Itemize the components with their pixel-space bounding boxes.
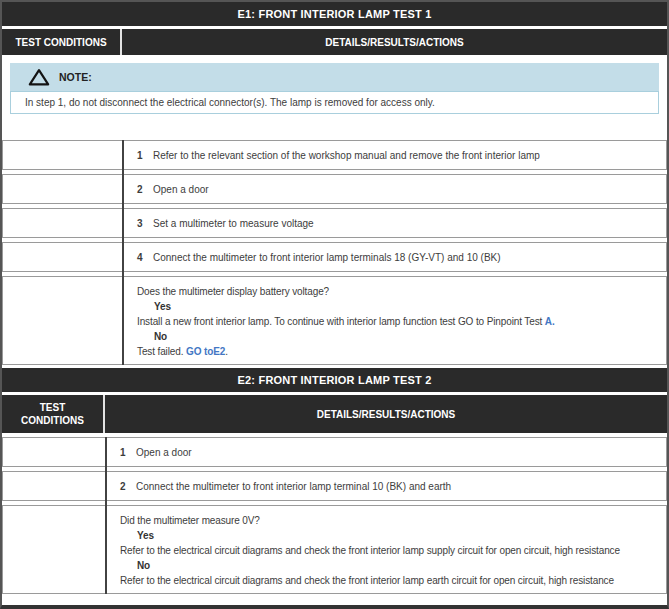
note-text: In step 1, do not disconnect the electri… (10, 91, 659, 114)
step-text: Open a door (153, 184, 209, 195)
step-number: 1 (120, 447, 136, 458)
e2-question-conditions-cell (3, 506, 107, 593)
step-number: 2 (137, 184, 153, 195)
e1-test-conditions-header: TEST CONDITIONS (2, 29, 122, 55)
e1-rows: 1 Refer to the relevant section of the w… (2, 140, 667, 365)
e1-step-row-1: 1 Refer to the relevant section of the w… (2, 140, 667, 170)
e2-no-action: Refer to the electrical circuit diagrams… (120, 573, 658, 588)
warning-triangle-icon (28, 68, 50, 87)
step-number: 1 (137, 150, 153, 161)
e1-details-header: DETAILS/RESULTS/ACTIONS (122, 29, 667, 55)
e1-no-action: Test failed. GO toE2. (137, 344, 658, 359)
note-box: NOTE: In step 1, do not disconnect the e… (10, 63, 659, 114)
e1-question-row: Does the multimeter display battery volt… (2, 276, 667, 365)
e1-yes-label: Yes (137, 299, 658, 314)
e1-question-conditions-cell (3, 277, 124, 364)
e2-question-text: Did the multimeter measure 0V? (120, 513, 658, 528)
e1-column-divider (122, 140, 124, 365)
note-label: NOTE: (59, 71, 92, 83)
e2-test-conditions-header: TEST CONDITIONS (2, 395, 105, 433)
step-text: Connect the multimeter to front interior… (136, 481, 451, 492)
pinpoint-test-document: E1: FRONT INTERIOR LAMP TEST 1 TEST COND… (0, 0, 669, 609)
e1-question-text: Does the multimeter display battery volt… (137, 284, 658, 299)
e1-step-row-4: 4 Connect the multimeter to front interi… (2, 242, 667, 272)
step-text: Open a door (136, 447, 192, 458)
e1-title-bar: E1: FRONT INTERIOR LAMP TEST 1 (2, 2, 667, 26)
e1-section: E1: FRONT INTERIOR LAMP TEST 1 TEST COND… (2, 2, 667, 365)
go-to-e2-link[interactable]: GO toE2 (186, 346, 225, 357)
e2-section: E2: FRONT INTERIOR LAMP TEST 2 TEST COND… (2, 368, 667, 594)
step-number: 3 (137, 218, 153, 229)
e1-no-label: No (137, 329, 658, 344)
e2-step-row-1: 1 Open a door (2, 437, 667, 467)
e2-step-2-conditions-cell (3, 472, 107, 500)
e2-column-header: TEST CONDITIONS DETAILS/RESULTS/ACTIONS (2, 395, 667, 433)
e2-title-bar: E2: FRONT INTERIOR LAMP TEST 2 (2, 368, 667, 392)
step-number: 4 (137, 252, 153, 263)
e2-rows: 1 Open a door 2 Connect the multimeter t… (2, 437, 667, 594)
e1-step-row-2: 2 Open a door (2, 174, 667, 204)
step-number: 2 (120, 481, 136, 492)
e2-step-1-conditions-cell (3, 438, 107, 466)
e1-step-1-conditions-cell (3, 141, 124, 169)
e2-no-label: No (120, 558, 658, 573)
note-header: NOTE: (10, 63, 659, 91)
e1-step-row-3: 3 Set a multimeter to measure voltage (2, 208, 667, 238)
step-text: Connect the multimeter to front interior… (153, 252, 501, 263)
e1-step-2-conditions-cell (3, 175, 124, 203)
e2-yes-label: Yes (120, 528, 658, 543)
e2-step-row-2: 2 Connect the multimeter to front interi… (2, 471, 667, 501)
e2-question-row: Did the multimeter measure 0V? Yes Refer… (2, 505, 667, 594)
e1-yes-action: Install a new front interior lamp. To co… (137, 314, 658, 329)
e1-column-header: TEST CONDITIONS DETAILS/RESULTS/ACTIONS (2, 29, 667, 55)
e1-step-3-conditions-cell (3, 209, 124, 237)
pinpoint-test-a-link[interactable]: A. (545, 316, 555, 327)
step-text: Refer to the relevant section of the wor… (153, 150, 540, 161)
e1-step-4-conditions-cell (3, 243, 124, 271)
e2-details-header: DETAILS/RESULTS/ACTIONS (105, 395, 667, 433)
e2-column-divider (105, 437, 107, 594)
step-text: Set a multimeter to measure voltage (153, 218, 314, 229)
e2-yes-action: Refer to the electrical circuit diagrams… (120, 543, 640, 558)
